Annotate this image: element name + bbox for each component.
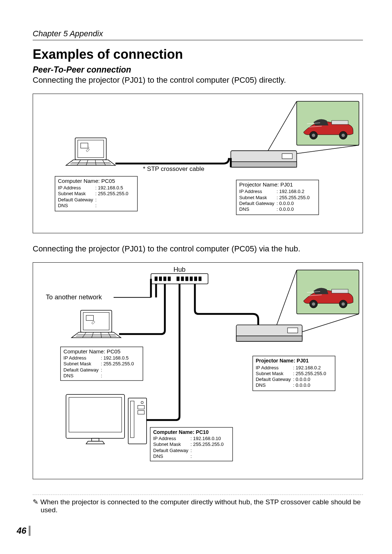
svg-rect-50 bbox=[194, 277, 197, 281]
svg-text:: 255.255.255.0: : 255.255.255.0 bbox=[277, 195, 310, 200]
svg-rect-64 bbox=[287, 328, 298, 333]
page: Chapter 5 Appendix Examples of connectio… bbox=[0, 0, 392, 554]
svg-text::: : bbox=[101, 373, 102, 378]
svg-rect-81 bbox=[138, 411, 144, 414]
svg-rect-63 bbox=[236, 336, 302, 341]
svg-text:Subnet Mask: Subnet Mask bbox=[153, 442, 181, 447]
cable-label: * STP crossover cable bbox=[143, 165, 204, 172]
svg-rect-78 bbox=[130, 401, 134, 438]
svg-text::: : bbox=[95, 197, 97, 202]
svg-rect-45 bbox=[168, 277, 171, 281]
paragraph-1: Connecting the projector (PJ01) to the c… bbox=[33, 75, 363, 85]
svg-rect-46 bbox=[176, 277, 179, 281]
svg-text:Default Gateway: Default Gateway bbox=[153, 448, 188, 453]
svg-text:: 0.0.0.0: : 0.0.0.0 bbox=[293, 377, 310, 382]
svg-rect-66 bbox=[83, 313, 109, 330]
svg-text:Subnet Mask: Subnet Mask bbox=[58, 191, 86, 196]
svg-point-4 bbox=[342, 134, 345, 137]
page-title: Examples of connection bbox=[33, 47, 363, 62]
svg-text:IP Address: IP Address bbox=[58, 185, 81, 190]
svg-text:Hub: Hub bbox=[173, 266, 185, 274]
svg-rect-5 bbox=[332, 120, 348, 124]
svg-rect-76 bbox=[91, 439, 99, 442]
svg-text::: : bbox=[101, 367, 102, 373]
svg-text:IP Address: IP Address bbox=[153, 436, 176, 442]
svg-point-58 bbox=[342, 303, 345, 306]
page-number: 46 bbox=[17, 526, 30, 536]
svg-text::: : bbox=[95, 203, 97, 208]
svg-text:: 0.0.0.0: : 0.0.0.0 bbox=[293, 382, 310, 388]
svg-text:Computer Name: PC10: Computer Name: PC10 bbox=[153, 430, 209, 435]
svg-rect-44 bbox=[163, 277, 166, 281]
svg-text:: 255.255.255.0: : 255.255.255.0 bbox=[293, 371, 326, 376]
svg-text:Projector Name: PJ01: Projector Name: PJ01 bbox=[239, 181, 293, 188]
svg-text::: : bbox=[191, 454, 192, 459]
svg-text:: 255.255.255.0: : 255.255.255.0 bbox=[95, 191, 128, 196]
chapter-heading: Chapter 5 Appendix bbox=[33, 29, 363, 40]
footer-rule bbox=[33, 495, 363, 495]
svg-text:IP Address: IP Address bbox=[256, 365, 279, 370]
svg-text:Default Gateway: Default Gateway bbox=[256, 377, 291, 382]
svg-text:Computer Name: PC05: Computer Name: PC05 bbox=[64, 349, 121, 355]
svg-rect-80 bbox=[138, 406, 144, 409]
svg-text:Default Gateway: Default Gateway bbox=[239, 201, 274, 206]
svg-rect-12 bbox=[78, 140, 104, 157]
svg-rect-59 bbox=[332, 290, 348, 294]
svg-text:Projector Name: PJ01: Projector Name: PJ01 bbox=[256, 358, 309, 364]
svg-text:Default Gateway: Default Gateway bbox=[64, 367, 99, 373]
svg-text:Subnet Mask: Subnet Mask bbox=[64, 361, 91, 367]
svg-text:DNS: DNS bbox=[58, 203, 68, 208]
svg-rect-10 bbox=[282, 153, 292, 159]
svg-text:DNS: DNS bbox=[64, 373, 74, 378]
svg-text:: 255.255.255.0: : 255.255.255.0 bbox=[191, 442, 224, 447]
diagram-via-hub: Hub To another network bbox=[33, 262, 363, 479]
svg-rect-75 bbox=[69, 398, 122, 432]
section-subtitle: Peer-To-Peer connection bbox=[33, 65, 363, 75]
svg-text:To another network: To another network bbox=[46, 294, 102, 301]
svg-text:: 192.168.0.5: : 192.168.0.5 bbox=[95, 185, 123, 190]
svg-rect-42 bbox=[155, 277, 158, 281]
paragraph-2: Connecting the projector (PJ01) to the c… bbox=[33, 244, 363, 254]
svg-rect-51 bbox=[199, 277, 201, 281]
svg-text:Subnet Mask: Subnet Mask bbox=[239, 195, 267, 200]
svg-text:Default Gateway: Default Gateway bbox=[58, 197, 93, 202]
svg-text:: 192.168.0.2: : 192.168.0.2 bbox=[277, 189, 305, 194]
svg-text:IP Address: IP Address bbox=[239, 189, 262, 194]
svg-text:: 255.255.255.0: : 255.255.255.0 bbox=[101, 361, 134, 367]
svg-point-56 bbox=[312, 303, 315, 306]
svg-text:: 192.168.0.2: : 192.168.0.2 bbox=[293, 365, 321, 370]
svg-text::: : bbox=[191, 448, 192, 453]
svg-point-2 bbox=[312, 134, 315, 137]
svg-line-60 bbox=[275, 270, 297, 331]
footnote: ✎ When the projector is connected to the… bbox=[33, 498, 363, 514]
svg-text:: 0.0.0.0: : 0.0.0.0 bbox=[277, 206, 294, 212]
svg-rect-48 bbox=[185, 277, 188, 281]
svg-text:Subnet Mask: Subnet Mask bbox=[256, 371, 283, 376]
diagram-peer-to-peer: * STP crossover cable Computer Name: PC0… bbox=[33, 94, 363, 233]
svg-rect-9 bbox=[231, 162, 297, 167]
svg-text:DNS: DNS bbox=[239, 206, 249, 212]
svg-line-6 bbox=[264, 101, 297, 158]
svg-rect-43 bbox=[159, 277, 162, 281]
svg-text:DNS: DNS bbox=[153, 454, 163, 459]
svg-text:DNS: DNS bbox=[256, 382, 266, 388]
svg-text:Computer Name: PC05: Computer Name: PC05 bbox=[58, 178, 115, 184]
svg-text:: 0.0.0.0: : 0.0.0.0 bbox=[277, 201, 294, 206]
svg-text:IP Address: IP Address bbox=[64, 356, 87, 361]
svg-text:: 192.168.0.10: : 192.168.0.10 bbox=[191, 436, 221, 442]
svg-rect-47 bbox=[181, 277, 184, 281]
svg-text:: 192.168.0.5: : 192.168.0.5 bbox=[101, 356, 129, 361]
svg-rect-49 bbox=[190, 277, 193, 281]
